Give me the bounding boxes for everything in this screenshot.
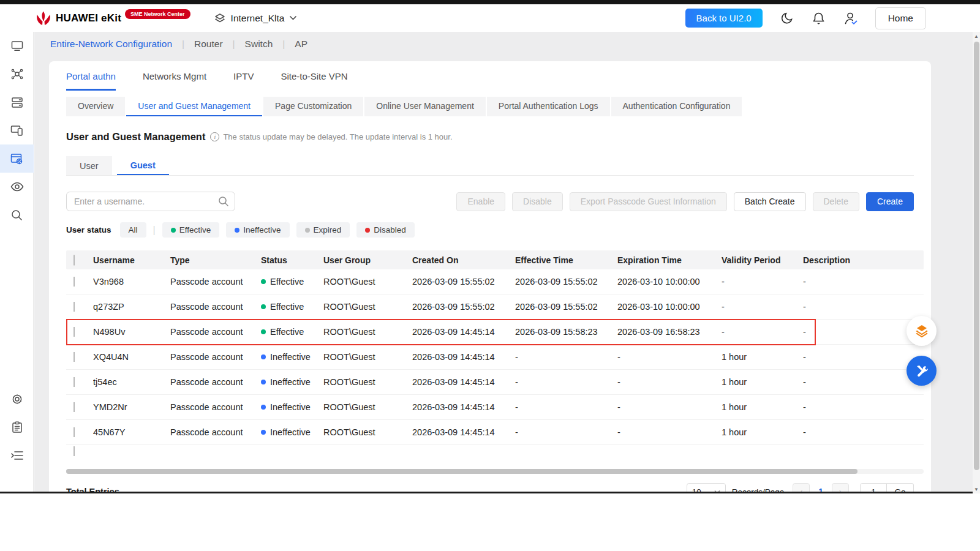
horizontal-scrollbar[interactable]	[66, 469, 924, 474]
subtab-portal-authentication-logs[interactable]: Portal Authentication Logs	[487, 97, 610, 116]
sidebar-item-search[interactable]	[0, 201, 34, 229]
table-row-highlighted[interactable]: N498Uv Passcode account Effective ROOT\G…	[66, 320, 924, 345]
export-passcode-button[interactable]: Export Passcode Guest Information	[570, 192, 727, 211]
breadcrumb: Entire-Network Configuration | Router | …	[50, 39, 307, 50]
enable-button[interactable]: Enable	[456, 192, 505, 211]
table-row-partial[interactable]	[66, 445, 924, 457]
status-dot	[261, 329, 266, 334]
filter-all[interactable]: All	[120, 222, 146, 238]
filter-ineffective[interactable]: Ineffective	[226, 222, 289, 238]
window-bottom-edge	[0, 492, 973, 493]
site-name: Internet_Klta	[231, 13, 285, 24]
sidebar-item-settings[interactable]	[0, 385, 34, 413]
row-checkbox[interactable]	[74, 427, 75, 437]
gear-icon	[11, 393, 23, 405]
back-to-ui2-button[interactable]: Back to UI2.0	[685, 9, 763, 28]
subtab-authentication-configuration[interactable]: Authentication Configuration	[611, 97, 742, 116]
tab-user[interactable]: User	[66, 156, 112, 175]
table-row[interactable]: YMD2Nr Passcode account Ineffective ROOT…	[66, 395, 924, 420]
breadcrumb-ap[interactable]: AP	[295, 39, 307, 50]
toolbar: Enable Disable Export Passcode Guest Inf…	[66, 192, 914, 211]
subtab-overview[interactable]: Overview	[66, 97, 125, 116]
tab-networks-mgmt[interactable]: Networks Mgmt	[143, 71, 206, 91]
breadcrumb-switch[interactable]: Switch	[245, 39, 273, 50]
table-row[interactable]: V3n968 Passcode account Effective ROOT\G…	[66, 269, 924, 294]
row-checkbox[interactable]	[74, 352, 75, 362]
tab-portal-authn[interactable]: Portal authn	[66, 71, 116, 91]
feature-tabs: Portal authn Networks Mgmt IPTV Site-to-…	[49, 61, 931, 91]
table-row[interactable]: XQ4U4N Passcode account Ineffective ROOT…	[66, 345, 924, 370]
dark-mode-toggle[interactable]	[781, 12, 794, 24]
row-checkbox[interactable]	[74, 277, 75, 287]
chevron-down-icon	[289, 15, 297, 21]
sidebar-item-servers[interactable]	[0, 88, 34, 116]
subtab-online-user-management[interactable]: Online User Management	[364, 97, 486, 116]
fab-tools-button[interactable]	[907, 356, 937, 386]
table-row[interactable]: tj54ec Passcode account Ineffective ROOT…	[66, 370, 924, 395]
sidebar-item-monitoring[interactable]	[0, 173, 34, 201]
multi-device-icon	[10, 125, 23, 137]
disabled-dot	[365, 228, 370, 233]
breadcrumb-entire-network[interactable]: Entire-Network Configuration	[50, 39, 172, 50]
sidebar-item-devices[interactable]	[0, 116, 34, 144]
brand-badge: SME Network Center	[125, 9, 190, 19]
user-account-icon[interactable]	[843, 12, 858, 25]
user-guest-tabs: User Guest	[66, 156, 914, 176]
row-checkbox[interactable]	[74, 446, 75, 456]
delete-button[interactable]: Delete	[813, 192, 859, 211]
sidebar-item-portal-service[interactable]	[0, 144, 34, 173]
filter-effective[interactable]: Effective	[162, 222, 220, 238]
status-dot	[261, 354, 266, 359]
tab-guest[interactable]: Guest	[117, 156, 169, 175]
breadcrumb-separator: |	[282, 39, 285, 50]
home-button[interactable]: Home	[875, 7, 926, 29]
topbar-actions: Back to UI2.0 Home	[685, 7, 926, 29]
table-row[interactable]: q273ZP Passcode account Effective ROOT\G…	[66, 294, 924, 320]
col-created-on: Created On	[412, 255, 515, 265]
portal-service-icon	[10, 153, 23, 165]
row-checkbox[interactable]	[74, 402, 75, 412]
subtab-user-guest-management[interactable]: User and Guest Management	[126, 97, 262, 116]
effective-dot	[171, 228, 176, 233]
select-all-checkbox[interactable]	[74, 255, 75, 266]
vertical-scrollbar[interactable]: ▲ ▼	[973, 32, 980, 493]
search-input[interactable]	[66, 192, 235, 211]
layers-icon	[214, 12, 226, 24]
breadcrumb-router[interactable]: Router	[194, 39, 223, 50]
sidebar-item-report[interactable]	[0, 413, 34, 441]
vertical-scrollbar-thumb[interactable]	[974, 42, 979, 470]
col-username: Username	[93, 255, 170, 265]
fab-stack-button[interactable]	[907, 316, 937, 346]
batch-create-button[interactable]: Batch Create	[734, 192, 806, 211]
top-bar: HUAWEI eKit SME Network Center Internet_…	[0, 4, 980, 32]
topology-icon	[11, 68, 23, 80]
sidebar-item-topology[interactable]	[0, 60, 34, 88]
status-dot	[261, 405, 266, 410]
breadcrumb-separator: |	[182, 39, 184, 50]
row-checkbox[interactable]	[74, 327, 75, 337]
sidebar-item-menu[interactable]	[0, 441, 34, 470]
col-expiration-time: Expiration Time	[617, 255, 722, 265]
disable-button[interactable]: Disable	[512, 192, 563, 211]
expired-dot	[305, 228, 310, 233]
table-row[interactable]: 45N67Y Passcode account Ineffective ROOT…	[66, 420, 924, 445]
horizontal-scrollbar-thumb[interactable]	[66, 469, 858, 474]
create-button[interactable]: Create	[866, 192, 914, 211]
tab-iptv[interactable]: IPTV	[233, 71, 254, 91]
row-checkbox[interactable]	[74, 302, 75, 312]
sidebar-item-monitor[interactable]	[0, 32, 34, 60]
ineffective-dot	[235, 228, 239, 233]
tab-site-to-site-vpn[interactable]: Site-to-Site VPN	[281, 71, 347, 91]
row-checkbox[interactable]	[74, 377, 75, 387]
search-icon[interactable]	[218, 196, 229, 207]
filter-disabled[interactable]: Disabled	[356, 222, 415, 238]
scroll-down-arrow[interactable]: ▼	[973, 485, 980, 493]
scroll-up-arrow[interactable]: ▲	[973, 32, 980, 40]
filter-expired[interactable]: Expired	[296, 222, 350, 238]
subtab-page-customization[interactable]: Page Customization	[263, 97, 363, 116]
notifications-bell-icon[interactable]	[812, 12, 825, 25]
site-selector[interactable]: Internet_Klta	[214, 12, 298, 24]
monitor-icon	[11, 40, 23, 51]
col-type: Type	[170, 255, 261, 265]
table-header: Username Type Status User Group Created …	[66, 250, 924, 269]
